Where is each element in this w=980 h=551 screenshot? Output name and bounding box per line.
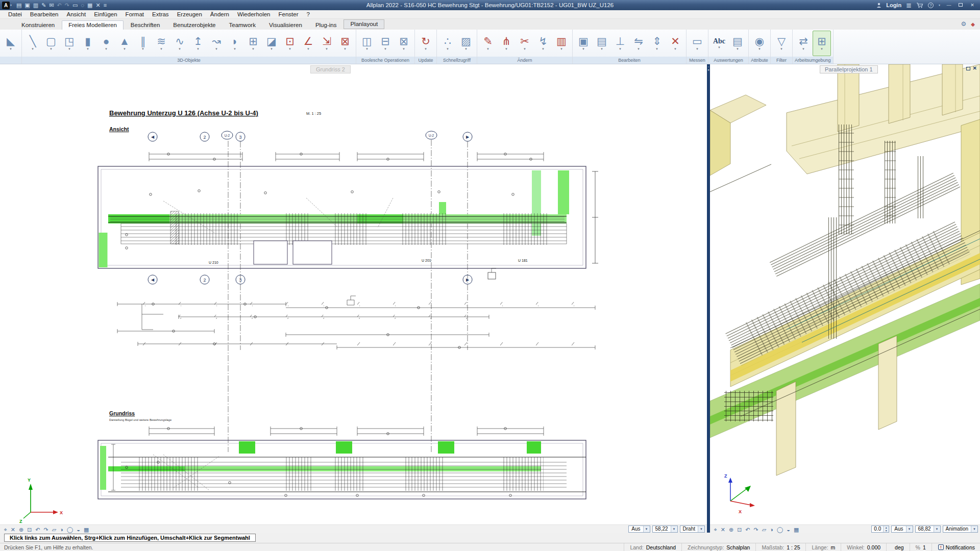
dropdown-caret-icon[interactable]: ▼ — [523, 47, 526, 51]
dropdown-caret-icon[interactable]: ▼ — [619, 47, 622, 51]
notifications-button[interactable]: ! Notifications — [932, 543, 980, 551]
mirror-icon[interactable]: ⇋▼ — [629, 31, 648, 56]
attributes-icon[interactable]: ◉▼ — [750, 31, 769, 56]
dropdown-caret-icon[interactable]: ▼ — [384, 47, 387, 51]
undo-icon[interactable]: ↶ — [57, 3, 62, 8]
item-benutzerobjekte[interactable]: Benutzerobjekte — [167, 21, 222, 30]
dropdown-caret-icon[interactable]: ▼ — [402, 47, 405, 51]
dropdown-caret-icon[interactable]: ▼ — [325, 47, 328, 51]
zoom-scale-dropdown[interactable]: 58,22▼ — [652, 525, 678, 533]
dropdown-caret-icon[interactable]: ▼ — [464, 47, 468, 51]
dropdown-caret-icon[interactable]: ▼ — [344, 47, 347, 51]
clip-region-icon[interactable]: ▭ — [72, 3, 78, 8]
login-button[interactable]: Login — [886, 2, 901, 8]
projection-icon[interactable]: ◒ — [77, 527, 80, 533]
line-3d-icon[interactable]: ╲▼ — [23, 31, 42, 56]
dropdown-caret-icon[interactable]: ▼ — [307, 47, 310, 51]
favorites-icon[interactable]: ◆ — [971, 21, 975, 27]
dropdown-caret-icon[interactable]: ▼ — [215, 47, 218, 51]
item-erzeugen[interactable]: Erzeugen — [173, 10, 206, 19]
push-pull-icon[interactable]: ⇲▼ — [317, 31, 336, 56]
print-icon[interactable]: ▥ — [33, 3, 38, 8]
dropdown-caret-icon[interactable]: ▼ — [123, 47, 126, 51]
render-mode-dropdown[interactable]: Aus▼ — [891, 525, 913, 533]
dropdown-caret-icon[interactable]: ▼ — [50, 47, 53, 51]
open-icon[interactable]: ▤ — [16, 3, 21, 8]
trim-icon[interactable]: ✂▼ — [516, 31, 534, 56]
zoom-scale-dropdown[interactable]: 68,82▼ — [915, 525, 941, 533]
edit-icon[interactable]: ✎ — [41, 3, 46, 8]
zoom-window-icon[interactable]: ⊡ — [27, 527, 32, 533]
customize-icon[interactable]: ≡ — [104, 3, 107, 8]
settings-icon[interactable]: ⚙ — [961, 20, 967, 28]
dropdown-caret-icon[interactable]: ▼ — [178, 47, 181, 51]
item-bearbeiten[interactable]: Bearbeiten — [26, 10, 63, 19]
item-format[interactable]: Format — [121, 10, 148, 19]
dropdown-caret-icon[interactable]: ▼ — [674, 47, 677, 51]
dropdown-caret-icon[interactable]: ▼ — [9, 47, 12, 51]
dropdown-caret-icon[interactable]: ▼ — [160, 47, 163, 51]
cube-3d-icon[interactable]: ▢▼ — [42, 31, 60, 56]
resize-icon[interactable]: ⇕▼ — [648, 31, 666, 56]
dropdown-caret-icon[interactable]: ▼ — [365, 47, 369, 51]
intersect-icon[interactable]: ⊠▼ — [395, 31, 413, 56]
dropdown-caret-icon[interactable]: ▼ — [505, 47, 508, 51]
array-icon[interactable]: ▤▼ — [593, 31, 611, 56]
dropdown-caret-icon[interactable]: ▼ — [31, 47, 34, 51]
point-cloud-icon[interactable]: ∴▼ — [438, 31, 457, 56]
workspace-icon[interactable]: ⊞▼ — [813, 31, 831, 56]
viewport-grundriss[interactable]: Grundriss 2 Bewehrung Unterzug U 126 (Ac… — [0, 64, 707, 533]
dropdown-caret-icon[interactable]: ▼ — [197, 47, 200, 51]
align-icon[interactable]: ⊥▼ — [611, 31, 629, 56]
subtract-icon[interactable]: ⊟▼ — [376, 31, 395, 56]
redo-view-icon[interactable]: ↷ — [44, 527, 48, 533]
sweep-icon[interactable]: ↝▼ — [207, 31, 226, 56]
dropdown-caret-icon[interactable]: ▼ — [446, 47, 449, 51]
modify-solid-icon[interactable]: ⊡▼ — [281, 31, 299, 56]
viewport-maximize-icon[interactable] — [966, 67, 970, 70]
item-ndern[interactable]: Ändern — [206, 10, 233, 19]
report-icon[interactable]: ▤▼ — [728, 31, 747, 56]
setsquare-icon[interactable]: ◣▼ — [2, 31, 20, 56]
dropdown-caret-icon[interactable]: ▼ — [582, 47, 585, 51]
dropdown-caret-icon[interactable]: ▼ — [233, 47, 236, 51]
item-datei[interactable]: Datei — [4, 10, 26, 19]
update-3d-icon[interactable]: ↻▼ — [416, 31, 435, 56]
modify-pencil-icon[interactable]: ✎▼ — [479, 31, 497, 56]
measure-icon[interactable]: ▭▼ — [688, 31, 706, 56]
zoom-in-icon[interactable]: ⊕ — [19, 527, 23, 533]
viewport-parallelprojektion[interactable]: Parallelprojektion 1 ✕ — [710, 64, 980, 533]
crosshair-icon[interactable]: ⌖ — [4, 527, 7, 533]
union-icon[interactable]: ◫▼ — [358, 31, 376, 56]
dropdown-caret-icon[interactable]: ▼ — [780, 47, 783, 51]
delete-icon[interactable]: ✕ — [95, 3, 100, 8]
item-wiederholen[interactable]: Wiederholen — [233, 10, 275, 19]
globe-icon[interactable]: ◯ — [777, 527, 783, 533]
filter-icon[interactable]: ▽▼ — [772, 31, 791, 56]
cylinder-icon[interactable]: ▮▼ — [79, 31, 97, 56]
dropdown-caret-icon[interactable]: ▼ — [820, 47, 823, 51]
dropdown-caret-icon[interactable]: ▼ — [637, 47, 640, 51]
zoom-window-icon[interactable]: ⊡ — [737, 527, 742, 533]
dropdown-caret-icon[interactable]: ▼ — [424, 47, 427, 51]
snap-icon[interactable]: ◌ — [81, 3, 84, 8]
display-mode-dropdown[interactable]: Draht▼ — [680, 525, 705, 533]
help-icon[interactable]: ? — [928, 3, 934, 8]
hatch-icon[interactable]: ▨▼ — [457, 31, 475, 56]
deselect-icon[interactable]: ✕ — [721, 527, 725, 533]
item-teamwork[interactable]: Teamwork — [223, 21, 261, 30]
shop-cart-icon[interactable] — [916, 3, 923, 8]
task-list-icon[interactable]: ≣ — [906, 2, 912, 9]
edit-nodes-icon[interactable]: ⋔▼ — [497, 31, 516, 56]
dropdown-caret-icon[interactable]: ▼ — [655, 47, 658, 51]
crosshair-icon[interactable]: ⌖ — [714, 527, 717, 533]
dropdown-caret-icon[interactable]: ▼ — [105, 47, 108, 51]
app-menu-caret-icon[interactable]: ▼ — [10, 4, 12, 7]
item-beschriften[interactable]: Beschriften — [125, 21, 166, 30]
dropdown-caret-icon[interactable]: ▼ — [758, 47, 761, 51]
remove-solid-icon[interactable]: ⊠▼ — [336, 31, 354, 56]
item-konstruieren[interactable]: Konstruieren — [15, 21, 61, 30]
shell-icon[interactable]: ◗▼ — [226, 31, 244, 56]
shading-icon[interactable]: ◑ — [770, 527, 773, 533]
delete-elements-icon[interactable]: ✕▼ — [666, 31, 684, 56]
